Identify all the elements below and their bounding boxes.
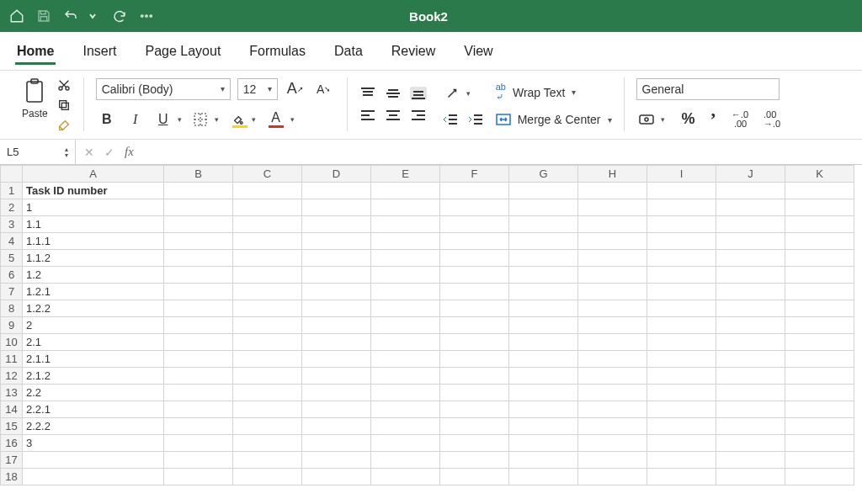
cell[interactable]: [578, 250, 647, 267]
cell[interactable]: [164, 216, 233, 233]
cell[interactable]: [302, 216, 371, 233]
cell[interactable]: [233, 469, 302, 485]
tab-view[interactable]: View: [462, 40, 494, 65]
column-header[interactable]: C: [233, 166, 302, 183]
row-header[interactable]: 3: [1, 216, 23, 233]
row-header[interactable]: 13: [1, 385, 23, 401]
cell[interactable]: 2.2.1: [23, 401, 164, 418]
cell[interactable]: [164, 351, 233, 368]
cell[interactable]: [440, 351, 509, 368]
cell[interactable]: [647, 401, 716, 418]
cell[interactable]: [647, 469, 716, 485]
percent-button[interactable]: %: [682, 110, 695, 128]
cell[interactable]: [509, 267, 578, 284]
cell[interactable]: [785, 250, 854, 267]
cell[interactable]: [509, 401, 578, 418]
cell[interactable]: [302, 401, 371, 418]
column-header[interactable]: J: [716, 166, 785, 183]
cell[interactable]: 1.1.1: [23, 233, 164, 250]
comma-button[interactable]: ’: [710, 109, 716, 130]
cell[interactable]: [578, 334, 647, 351]
cell[interactable]: [716, 452, 785, 469]
italic-button[interactable]: I: [125, 109, 146, 130]
indent-decrease-icon[interactable]: [442, 113, 459, 126]
more-icon[interactable]: [138, 8, 155, 24]
cell[interactable]: [302, 317, 371, 334]
column-header[interactable]: E: [371, 166, 440, 183]
save-icon[interactable]: [35, 8, 52, 24]
cell[interactable]: [164, 317, 233, 334]
select-all-corner[interactable]: [1, 166, 23, 183]
cell[interactable]: [371, 233, 440, 250]
cell[interactable]: [440, 250, 509, 267]
cell[interactable]: [371, 401, 440, 418]
cell[interactable]: [509, 300, 578, 317]
cell[interactable]: [509, 199, 578, 216]
cell[interactable]: [302, 284, 371, 300]
cell[interactable]: [371, 351, 440, 368]
column-header[interactable]: H: [578, 166, 647, 183]
cell[interactable]: [716, 267, 785, 284]
cell[interactable]: [647, 216, 716, 233]
cell[interactable]: [785, 300, 854, 317]
wrap-text-button[interactable]: ab⤶ Wrap Text ▾: [496, 82, 612, 103]
cell[interactable]: [302, 183, 371, 199]
cell[interactable]: [785, 452, 854, 469]
formula-input[interactable]: [142, 140, 862, 164]
column-header[interactable]: F: [440, 166, 509, 183]
cell[interactable]: [164, 284, 233, 300]
tab-review[interactable]: Review: [390, 40, 437, 65]
cell[interactable]: [509, 284, 578, 300]
fill-color-button[interactable]: ▾: [227, 109, 258, 130]
cell[interactable]: [233, 351, 302, 368]
grow-font-button[interactable]: A➚: [285, 78, 306, 100]
cell[interactable]: 2.1: [23, 334, 164, 351]
row-header[interactable]: 14: [1, 401, 23, 418]
cell[interactable]: [785, 385, 854, 401]
cell[interactable]: [716, 216, 785, 233]
cell[interactable]: [302, 267, 371, 284]
undo-icon[interactable]: [62, 8, 79, 24]
row-header[interactable]: 1: [1, 183, 23, 199]
redo-icon[interactable]: [111, 8, 128, 24]
cell[interactable]: [785, 435, 854, 452]
cell[interactable]: [509, 317, 578, 334]
cell[interactable]: [647, 418, 716, 435]
cell[interactable]: [578, 300, 647, 317]
cell[interactable]: [578, 368, 647, 385]
cell[interactable]: [647, 250, 716, 267]
row-header[interactable]: 18: [1, 469, 23, 485]
paste-icon[interactable]: [23, 77, 46, 106]
cell[interactable]: [440, 300, 509, 317]
cell[interactable]: [233, 385, 302, 401]
row-header[interactable]: 6: [1, 267, 23, 284]
cell[interactable]: [578, 351, 647, 368]
cell[interactable]: [509, 334, 578, 351]
cell[interactable]: [509, 368, 578, 385]
orientation-button[interactable]: ▾: [442, 82, 472, 104]
cell[interactable]: [440, 368, 509, 385]
cell[interactable]: [647, 267, 716, 284]
cell[interactable]: [302, 233, 371, 250]
cell[interactable]: 2.1.2: [23, 368, 164, 385]
font-color-button[interactable]: A ▾: [266, 109, 296, 130]
cell[interactable]: [509, 385, 578, 401]
cell[interactable]: [302, 452, 371, 469]
cell[interactable]: [716, 418, 785, 435]
cell[interactable]: [578, 452, 647, 469]
cell[interactable]: [371, 469, 440, 485]
currency-button[interactable]: ▾: [636, 109, 667, 130]
cell[interactable]: [785, 368, 854, 385]
enter-formula-icon[interactable]: ✓: [104, 146, 114, 159]
cell[interactable]: [164, 233, 233, 250]
cell[interactable]: [578, 233, 647, 250]
cell[interactable]: [716, 233, 785, 250]
cell[interactable]: [509, 216, 578, 233]
cell[interactable]: [233, 334, 302, 351]
column-header[interactable]: B: [164, 166, 233, 183]
cut-icon[interactable]: [56, 77, 72, 93]
align-top-icon[interactable]: [359, 87, 376, 100]
row-header[interactable]: 2: [1, 199, 23, 216]
cell[interactable]: [785, 401, 854, 418]
cell[interactable]: 2.1.1: [23, 351, 164, 368]
